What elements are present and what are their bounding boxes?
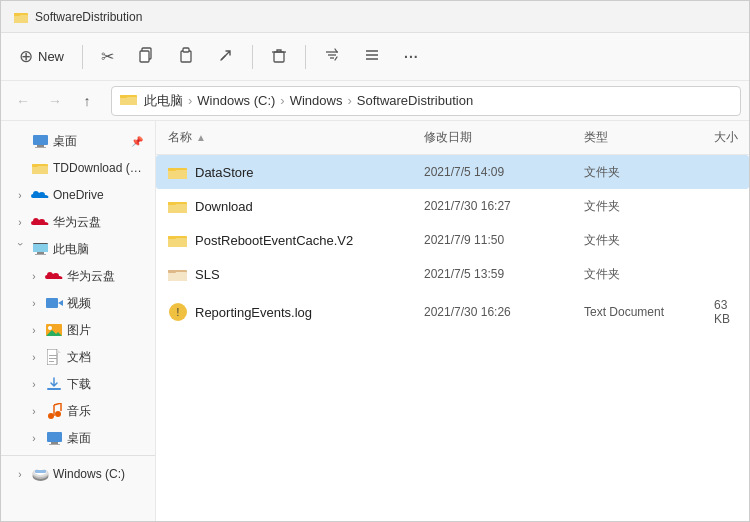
folder-icon-download [168, 196, 188, 216]
view-icon [364, 47, 380, 67]
chevron-windowsc: › [13, 469, 27, 480]
sidebar-item-huaweiyun[interactable]: › 华为云盘 [5, 209, 151, 235]
sort-button[interactable] [314, 41, 350, 73]
sidebar-item-video[interactable]: › 视频 [5, 290, 151, 316]
delete-icon [271, 47, 287, 67]
sidebar-bottom: › Windows (C:) [1, 455, 155, 487]
folder-icon-sls [168, 264, 188, 284]
sidebar-item-document[interactable]: › 文档 [5, 344, 151, 370]
sidebar-label-document: 文档 [67, 349, 143, 366]
main-layout: 桌面 📌 TDDownload (V... › OneDrive › 华为云盘 [1, 121, 749, 522]
cut-button[interactable]: ✂ [91, 41, 124, 72]
file-name-postreboot: PostRebootEventCache.V2 [156, 225, 416, 255]
svg-rect-16 [120, 97, 137, 105]
chevron-huaweiyun2: › [27, 271, 41, 282]
sidebar-label-huaweiyun: 华为云盘 [53, 214, 143, 231]
music-icon [45, 402, 63, 420]
sidebar-item-music[interactable]: › 音乐 [5, 398, 151, 424]
file-size-postreboot [706, 235, 749, 245]
file-type-sls: 文件夹 [576, 261, 706, 288]
svg-rect-19 [37, 145, 44, 147]
thispc-icon [31, 240, 49, 258]
sidebar-item-download[interactable]: › 下载 [5, 371, 151, 397]
content-area: 名称 ▲ 修改日期 类型 大小 DataStore 2021/7/5 14:09 [156, 121, 749, 522]
file-row-reportingevents[interactable]: ! ReportingEvents.log 2021/7/30 16:26 Te… [156, 291, 749, 333]
sort-icon [324, 47, 340, 67]
sidebar-label-desktop-bottom: 桌面 [67, 430, 143, 447]
chevron-download: › [27, 379, 41, 390]
sidebar-item-onedrive[interactable]: › OneDrive [5, 182, 151, 208]
huaweiyun2-icon [45, 267, 63, 285]
svg-rect-28 [46, 298, 58, 308]
svg-rect-17 [120, 95, 127, 98]
svg-rect-59 [168, 236, 176, 239]
new-button[interactable]: ⊕ New [9, 40, 74, 73]
file-name-datastore: DataStore [156, 157, 416, 187]
sidebar-item-desktop-bottom[interactable]: › 桌面 [5, 425, 151, 451]
breadcrumb-drive[interactable]: Windows (C:) [197, 93, 275, 108]
breadcrumb-current[interactable]: SoftwareDistribution [357, 93, 473, 108]
svg-rect-2 [14, 13, 20, 16]
paste-icon [178, 47, 194, 67]
copy-button[interactable] [128, 41, 164, 73]
col-date-label: 修改日期 [424, 130, 472, 144]
delete-button[interactable] [261, 41, 297, 73]
sidebar-item-picture[interactable]: › 图片 [5, 317, 151, 343]
sidebar-item-desktop-top[interactable]: 桌面 📌 [5, 128, 151, 154]
sidebar-label-onedrive: OneDrive [53, 188, 143, 202]
svg-rect-52 [168, 170, 187, 179]
onedrive-icon [31, 186, 49, 204]
forward-button[interactable]: → [41, 87, 69, 115]
desktop-top-icon [31, 132, 49, 150]
breadcrumb-windows[interactable]: Windows [290, 93, 343, 108]
svg-rect-18 [33, 135, 48, 145]
shortcut-button[interactable] [208, 41, 244, 73]
up-button[interactable]: ↑ [73, 87, 101, 115]
file-row-download[interactable]: Download 2021/7/30 16:27 文件夹 [156, 189, 749, 223]
sidebar-item-thispc[interactable]: › 此电脑 [5, 236, 151, 262]
file-list-header: 名称 ▲ 修改日期 类型 大小 [156, 121, 749, 155]
more-icon: ··· [404, 49, 419, 65]
sidebar-label-video: 视频 [67, 295, 143, 312]
sidebar-label-download: 下载 [67, 376, 143, 393]
svg-rect-50 [35, 470, 46, 473]
col-header-name[interactable]: 名称 ▲ [156, 125, 416, 150]
file-row-datastore[interactable]: DataStore 2021/7/5 14:09 文件夹 [156, 155, 749, 189]
more-button[interactable]: ··· [394, 43, 429, 71]
chevron-onedrive: › [13, 190, 27, 201]
col-name-label: 名称 [168, 129, 192, 146]
breadcrumb-thispc[interactable]: 此电脑 [144, 92, 183, 110]
back-button[interactable]: ← [9, 87, 37, 115]
svg-rect-34 [49, 355, 57, 356]
sidebar-item-huaweiyun2[interactable]: › 华为云盘 [5, 263, 151, 289]
col-header-type[interactable]: 类型 [576, 125, 706, 150]
sidebar-item-windowsc[interactable]: › Windows (C:) [5, 461, 151, 487]
chevron-thispc: › [15, 242, 26, 256]
sidebar-label-tddownload: TDDownload (V... [53, 161, 143, 175]
view-button[interactable] [354, 41, 390, 73]
sidebar-item-tddownload[interactable]: TDDownload (V... [5, 155, 151, 181]
svg-rect-4 [140, 51, 149, 62]
svg-rect-36 [49, 361, 54, 362]
svg-rect-1 [14, 15, 28, 23]
file-name-text-sls: SLS [195, 267, 220, 282]
file-type-reportingevents: Text Document [576, 300, 706, 324]
file-row-postreboot[interactable]: PostRebootEventCache.V2 2021/7/9 11:50 文… [156, 223, 749, 257]
svg-rect-43 [47, 432, 62, 442]
toolbar-sep-2 [252, 45, 253, 69]
toolbar: ⊕ New ✂ ··· [1, 33, 749, 81]
col-header-date[interactable]: 修改日期 [416, 125, 576, 150]
breadcrumb[interactable]: 此电脑 › Windows (C:) › Windows › SoftwareD… [111, 86, 741, 116]
svg-rect-33 [47, 349, 57, 365]
file-row-sls[interactable]: SLS 2021/7/5 13:59 文件夹 [156, 257, 749, 291]
paste-button[interactable] [168, 41, 204, 73]
svg-rect-23 [32, 164, 38, 167]
col-header-size[interactable]: 大小 [706, 125, 749, 150]
svg-rect-61 [168, 272, 187, 281]
chevron-desktop-bottom: › [27, 433, 41, 444]
svg-rect-6 [183, 48, 189, 52]
col-type-label: 类型 [584, 130, 608, 144]
file-date-postreboot: 2021/7/9 11:50 [416, 228, 576, 252]
download-icon [45, 375, 63, 393]
svg-rect-5 [181, 51, 191, 62]
